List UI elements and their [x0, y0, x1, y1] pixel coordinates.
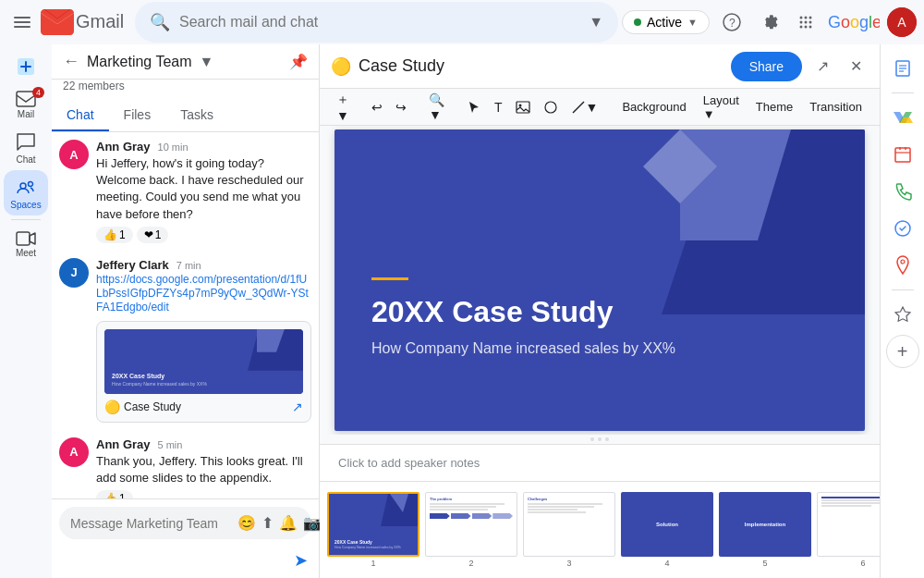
tab-chat[interactable]: Chat — [52, 100, 109, 131]
message-content: Ann Gray 10 min Hi Jeffery, how's it goi… — [96, 140, 311, 243]
slides-file-icon: 🟡 — [331, 56, 351, 77]
emoji-icon[interactable]: 😊 — [237, 514, 256, 532]
toolbar-shapes-button[interactable] — [538, 94, 564, 120]
sidebar-item-spaces[interactable]: Spaces — [4, 170, 48, 215]
active-dot — [634, 18, 641, 26]
tab-tasks[interactable]: Tasks — [165, 100, 228, 131]
right-icon-maps[interactable] — [886, 249, 919, 282]
back-button[interactable]: ← — [63, 52, 79, 71]
chat-input[interactable] — [70, 516, 232, 531]
slide-thumb-container: Implementation 5 — [719, 492, 811, 568]
settings-button[interactable] — [754, 7, 784, 37]
resize-dots — [590, 437, 609, 441]
open-external-icon[interactable]: ↗ — [809, 54, 835, 80]
toolbar-add-button[interactable]: ＋ ▼ — [331, 94, 355, 120]
slide-number: 6 — [860, 559, 865, 568]
resize-dot — [605, 437, 609, 441]
message: A Ann Gray 5 min Thank you, Jeffery. Thi… — [59, 437, 311, 498]
svg-text:Google: Google — [828, 13, 880, 31]
google-logo: Google — [828, 13, 880, 31]
sidebar-item-chat[interactable]: Chat — [4, 125, 48, 170]
tab-files[interactable]: Files — [109, 100, 166, 131]
active-chevron-icon: ▼ — [687, 17, 698, 28]
search-bar[interactable]: 🔍 ▼ — [135, 2, 618, 43]
svg-rect-20 — [17, 232, 30, 245]
toolbar-background-button[interactable]: Background — [614, 94, 693, 120]
message-link[interactable]: https://docs.google.com/presentation/d/1… — [96, 273, 309, 314]
mail-badge: 4 — [32, 87, 44, 98]
svg-rect-0 — [14, 17, 30, 18]
avatar: A — [59, 140, 89, 169]
toolbar-text-button[interactable]: T — [489, 94, 508, 120]
team-dropdown-icon[interactable]: ▼ — [200, 54, 214, 70]
slide-thumbnail-6[interactable] — [817, 492, 880, 557]
right-divider — [892, 92, 914, 93]
message-author: Jeffery Clark — [96, 258, 169, 272]
slide-thumbnail-2[interactable]: The problem — [425, 492, 517, 557]
help-button[interactable]: ? — [717, 7, 747, 37]
message-text: Thank you, Jeffery. This looks great. I'… — [96, 453, 311, 486]
slide-number: 1 — [371, 559, 375, 568]
sidebar-item-mail[interactable]: 4 Mail — [4, 83, 48, 125]
toolbar-zoom-button[interactable]: 🔍 ▼ — [423, 94, 450, 120]
toolbar-undo-button[interactable]: ↩ — [366, 94, 388, 120]
active-label: Active — [647, 15, 682, 30]
send-button[interactable]: ➤ — [294, 550, 308, 571]
right-icon-tasks[interactable] — [886, 212, 919, 245]
member-count: 22 members — [52, 80, 319, 100]
right-icon-drive[interactable] — [886, 101, 919, 134]
sidebar-item-compose[interactable] — [4, 48, 48, 83]
slide-thumbnail-1[interactable]: 20XX Case Study How Company Name increas… — [327, 492, 419, 557]
slides-area: 🟡 Case Study Share ↗ ✕ ＋ ▼ ↩ ↪ 🔍 ▼ T — [320, 44, 880, 578]
toolbar-image-button[interactable] — [510, 94, 536, 120]
video-icon[interactable]: 📷 — [303, 514, 322, 532]
right-icon-docs[interactable] — [886, 52, 919, 85]
svg-point-10 — [805, 21, 808, 24]
upload-icon[interactable]: ⬆ — [261, 514, 274, 532]
slide-thumbnail-3[interactable]: Challenges — [523, 492, 615, 557]
message: J Jeffery Clark 7 min https://docs.googl… — [59, 258, 311, 423]
toolbar-transition-button[interactable]: Transition — [802, 94, 869, 120]
search-dropdown-icon[interactable]: ▼ — [589, 14, 603, 31]
open-link-icon[interactable]: ↗ — [292, 400, 303, 414]
svg-point-22 — [518, 104, 521, 106]
right-icon-star[interactable] — [886, 298, 919, 331]
resize-dot — [598, 437, 602, 441]
reaction-heart[interactable]: ❤ 1 — [137, 227, 169, 243]
mention-icon[interactable]: 🔔 — [279, 514, 298, 532]
right-icon-calendar[interactable] — [886, 138, 919, 171]
resize-handle[interactable] — [320, 435, 880, 444]
apps-button[interactable] — [791, 7, 821, 37]
toolbar-layout-button[interactable]: Layout ▼ — [696, 94, 747, 120]
active-status[interactable]: Active ▼ — [622, 10, 710, 34]
speaker-notes[interactable]: Click to add speaker notes — [320, 444, 880, 481]
share-button[interactable]: Share — [731, 52, 802, 81]
sidebar-item-meet[interactable]: Meet — [4, 224, 48, 264]
sidebar-item-chat-label: Chat — [16, 154, 35, 165]
search-input[interactable] — [179, 14, 579, 31]
menu-icon[interactable] — [7, 7, 37, 37]
toolbar-theme-button[interactable]: Theme — [748, 94, 800, 120]
sidebar-item-spaces-label: Spaces — [10, 200, 41, 210]
avatar: A — [59, 437, 89, 467]
slide-canvas-area[interactable]: 20XX Case Study How Company Name increas… — [320, 126, 880, 435]
avatar[interactable] — [887, 7, 917, 37]
slide-thumbnail-5[interactable]: Implementation — [719, 492, 811, 557]
svg-rect-28 — [895, 148, 910, 162]
toolbar-redo-button[interactable]: ↪ — [390, 94, 412, 120]
message-content: Ann Gray 5 min Thank you, Jeffery. This … — [96, 437, 311, 498]
icon-sidebar: 4 Mail Chat Spaces Meet — [0, 44, 52, 578]
close-icon[interactable]: ✕ — [843, 54, 869, 80]
gmail-logo: Gmail — [41, 9, 124, 35]
slides-icon: 🟡 — [104, 400, 120, 414]
reaction-thumbs-up[interactable]: 👍 1 — [96, 227, 133, 243]
right-icon-phone[interactable] — [886, 175, 919, 208]
pin-icon[interactable]: 📌 — [289, 53, 308, 70]
right-add-button[interactable]: + — [886, 335, 919, 368]
slide-thumbnail-4[interactable]: Solution — [621, 492, 713, 557]
toolbar-lines-button[interactable]: ▼ — [565, 94, 604, 120]
slide-strip: 20XX Case Study How Company Name increas… — [320, 481, 880, 578]
reaction-thumbs-up[interactable]: 👍 1 — [96, 490, 133, 498]
team-name: Marketing Team — [87, 54, 192, 70]
toolbar-cursor-button[interactable] — [461, 94, 487, 120]
